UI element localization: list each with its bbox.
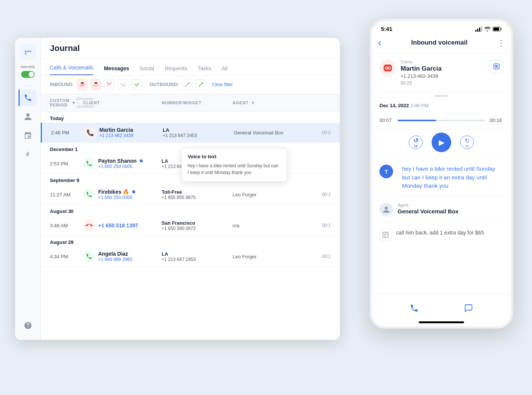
duration-cell: 00:1 [308,223,331,228]
sidebar-logo[interactable] [20,44,36,60]
tab-requests[interactable]: Requests [165,65,187,75]
vm-duration: 00:25 [401,80,485,86]
sidebar-icon-help[interactable] [20,317,36,334]
section-today: Today [41,112,340,123]
agent-name: General Voicemail Box [398,208,458,214]
agent-row: Agent General Voicemail Box [379,203,503,216]
sidebar-icon-integrations[interactable] [20,127,36,144]
client-phone: +1 213 462 3439 [99,133,133,138]
client-phone: +1 650 250 0005 [98,195,135,200]
client-name: Martin Garcia [99,127,133,133]
client-name: Firebikes [98,189,121,195]
call-action-button[interactable] [406,300,423,316]
sidebar: New look # [15,38,41,340]
play-button[interactable]: ▶ [432,133,451,152]
time-cell: 2:53 PM [50,161,80,167]
inbound-label: INBOUND: [50,82,74,87]
clear-filter-btn[interactable]: Clear filter [212,82,233,87]
wifi-icon [484,27,490,31]
tab-social[interactable]: Social [140,65,154,75]
more-options-button[interactable]: ⋮ [497,38,505,47]
client-with-icon: Firebikes 🔥 +1 650 250 0005 [83,188,159,201]
filter-inbound-green[interactable] [131,79,142,90]
message-text: hey I have a bike rented until Sunday bu… [402,165,503,190]
chat-action-button[interactable] [460,300,477,316]
badge-blue [140,159,143,162]
filter-inbound-missed[interactable] [104,79,115,90]
filter-outbound-1[interactable] [182,79,193,90]
note-text: call him back, add 1 extra day for $65 [396,229,484,237]
col-agent: AGENT ▾ [233,97,305,108]
duration-cell: 00:2 [308,192,331,197]
sidebar-icon-contacts[interactable] [20,108,36,125]
message-sender-avatar: T [379,165,393,178]
client-with-icon: +1 650 518 1397 [83,219,159,231]
signal-icon [475,26,482,32]
table-container: CUSTOM PERIOD ▾ 07/01/2022 — 12/14/2022 … [41,94,340,340]
mobile-body: Client Martin Garcia +1 213-462-3439 00:… [372,54,511,294]
tab-messages[interactable]: Messages [104,65,129,75]
time-value: 2:46 PM [410,103,429,108]
home-indicator [419,321,464,323]
number-cell: Toll-Free +1 855 855 9875 [162,189,230,200]
col-client: CLIENT [83,97,159,108]
main-content: Journal Calls & Voicemails Messages Soci… [41,38,340,340]
agent-section: Agent General Voicemail Box [372,197,511,223]
mobile-bottom-bar [372,294,511,321]
tab-calls-voicemails[interactable]: Calls & Voicemails [50,65,93,75]
agent-cell: Leo Forger [233,192,305,198]
mobile-header: ‹ Inbound voicemail ⋮ [372,34,511,54]
svg-rect-4 [477,29,478,32]
message-section: T hey I have a bike rented until Sunday … [372,159,511,197]
svg-point-10 [388,67,390,69]
outbound-label: OUTBOUND: [150,82,179,87]
note-section: call him back, add 1 extra day for $65 [372,223,511,247]
new-look-toggle[interactable] [21,71,35,78]
vtt-title: Voice to text [188,154,281,159]
tab-all[interactable]: All [222,65,228,75]
sidebar-divider [20,85,35,86]
skip-forward-button[interactable]: ↻ 15 [460,136,474,149]
tab-tasks[interactable]: Tasks [197,65,211,75]
section-aug30: August 30 [41,205,340,216]
sidebar-icon-channels[interactable]: # [20,146,36,163]
sidebar-icon-calls[interactable] [19,89,36,106]
number-cell: LA +1 213 647 2453 [163,127,231,138]
time-cell: 11:27 AM [50,192,80,198]
agent-cell: n/a [233,223,305,228]
back-button[interactable]: ‹ [378,37,381,49]
date-value: Dec 14, 2022 [379,103,409,108]
vm-entry: Client Martin Garcia +1 213-462-3439 00:… [372,54,511,92]
duration-cell: 00:2 [308,130,331,135]
table-row-angela-diaz[interactable]: 4:34 PM Angela Diaz +1 866 888 3960 LA +… [41,247,340,267]
mobile-title: Inbound voicemail [411,39,467,46]
desktop-panel: New look # Journal Calls & Voicemails Me… [15,38,340,340]
filter-inbound-vm2[interactable] [91,79,101,90]
call-icon-inbound [83,219,95,231]
table-row-firebikes[interactable]: 11:27 AM Firebikes 🔥 +1 650 250 0005 [41,185,340,205]
agent-avatar [379,203,393,216]
time-cell: 3:48 AM [50,223,80,228]
audio-track[interactable] [398,120,485,121]
filter-inbound-answered[interactable] [118,79,128,90]
call-icon-outbound [83,157,95,170]
svg-rect-3 [475,30,476,32]
filter-inbound-vm1[interactable] [77,79,88,90]
table-row-unknown[interactable]: 3:48 AM +1 650 518 1397 San Francisco +1… [41,216,340,236]
table-row-martin-garcia[interactable]: 2:46 PM 📞 Martin Garcia +1 213 462 3439 … [41,123,340,143]
svg-rect-8 [493,28,499,31]
client-with-icon: Payton Shanon +1 650 250 0005 [83,157,159,170]
date-separator: Dec 14, 2022 2:46 PM [372,97,511,111]
tabs-bar: Calls & Voicemails Messages Social Reque… [41,59,340,76]
vm-icon [379,60,396,76]
status-time: 5:41 [381,26,392,32]
audio-total-time: 00:16 [490,117,503,123]
audio-current-time: 00:07 [379,117,393,123]
vm-action-button[interactable] [490,60,503,73]
filter-outbound-2[interactable] [196,79,206,90]
agent-cell: General Voicemail Box [234,130,305,136]
duration-cell: 00:1 [308,254,331,259]
skip-back-button[interactable]: ↺ 15 [409,136,423,149]
mobile-icons [475,26,502,32]
agent-label: Agent [398,203,458,207]
